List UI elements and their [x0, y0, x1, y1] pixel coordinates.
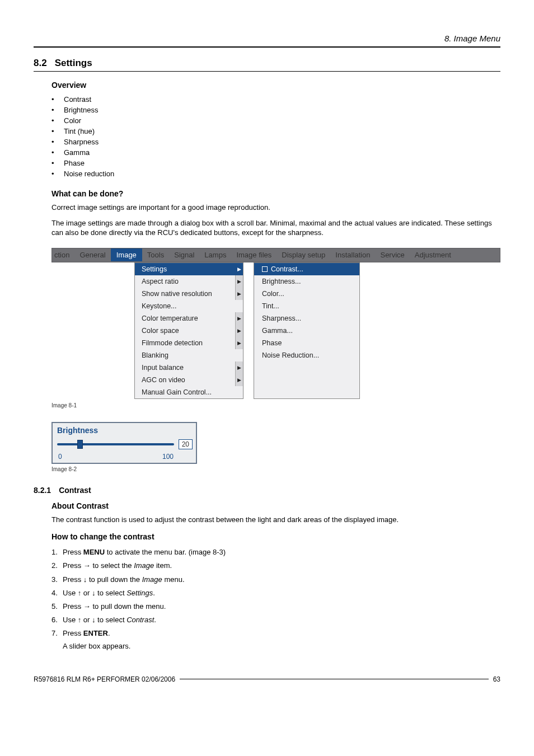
dropdown-item[interactable]: Filmmode detection▶ [135, 337, 243, 349]
step-text: . [153, 589, 155, 597]
list-item: Noise reduction [51, 168, 500, 179]
dialog-title: Brightness [53, 423, 196, 437]
arrow-right-icon: ▶ [235, 312, 243, 325]
step-italic: Image [142, 575, 162, 584]
step-item: Press → to pull down the menu. [51, 600, 500, 613]
section-number: 8.2 [34, 58, 47, 68]
howto-heading: How to change the contrast [51, 532, 500, 541]
chapter-header: 8. Image Menu [34, 34, 500, 43]
dropdown-item[interactable]: AGC on video▶ [135, 374, 243, 386]
menu-item[interactable]: Tools [142, 251, 169, 259]
step-text: item. [154, 561, 172, 570]
dropdown-item[interactable]: Color space▶ [135, 325, 243, 337]
dropdown-item[interactable]: Aspect ratio▶ [135, 275, 243, 288]
step-substep: A slider box appears. [63, 639, 500, 651]
dropdown-item[interactable]: Show native resolution▶ [135, 288, 243, 300]
arrow-right-icon: ▶ [235, 275, 243, 288]
dropdown-item[interactable]: Contrast... [254, 263, 359, 275]
subsection-title: 8.2.1Contrast [34, 486, 500, 495]
step-item: Use ↑ or ↓ to select Settings. [51, 586, 500, 600]
dropdown-item[interactable]: Input balance▶ [135, 361, 243, 374]
step-text: . [154, 616, 156, 624]
footer-left: R5976816 RLM R6+ PERFORMER 02/06/2006 [34, 675, 175, 683]
whatcan-p1: Correct image settings are important for… [51, 203, 500, 213]
slider-thumb[interactable] [77, 440, 83, 449]
list-item: Color [51, 115, 500, 126]
dropdown-label: AGC on video [142, 376, 185, 384]
step-item: Press MENU to activate the menu bar. (im… [51, 546, 500, 559]
dropdown-label: Color temperature [142, 314, 198, 322]
dropdown-label: Blanking [142, 351, 168, 359]
step-text: Press → to pull down the menu. [63, 602, 166, 611]
menu-item-active[interactable]: Image [111, 248, 142, 261]
step-text: Press [63, 548, 83, 556]
arrow-right-icon: ▶ [235, 288, 243, 300]
dropdown-label: Contrast... [271, 265, 303, 273]
arrow-right-icon: ▶ [235, 263, 243, 275]
menu-item[interactable]: Service [375, 251, 409, 259]
menu-item[interactable]: Installation [330, 251, 375, 259]
menu-item[interactable]: Adjustment [410, 251, 456, 259]
step-item: Press → to select the Image item. [51, 559, 500, 572]
dropdown-label: Gamma... [262, 327, 293, 335]
dropdown-label: Sharpness... [262, 314, 301, 322]
menu-bar: ction General Image Tools Signal Lamps I… [51, 248, 500, 262]
footer-rule [180, 679, 489, 679]
step-text: . [108, 629, 110, 637]
arrow-right-icon: ▶ [235, 374, 243, 386]
menu-item[interactable]: Signal [169, 251, 199, 259]
overview-heading: Overview [51, 81, 500, 90]
dropdown-label: Color... [262, 290, 284, 298]
whatcan-p2: The image settings are made through a di… [51, 218, 500, 238]
dropdown-item[interactable]: Keystone... [135, 300, 243, 312]
list-item: Phase [51, 158, 500, 168]
list-item: Gamma [51, 147, 500, 158]
dropdown-item[interactable]: Manual Gain Control... [135, 386, 243, 398]
header-rule [34, 46, 500, 48]
menu-item[interactable]: Image files [231, 251, 277, 259]
dropdown-label: Aspect ratio [142, 278, 179, 285]
steps-list: Press MENU to activate the menu bar. (im… [51, 546, 500, 653]
dropdown-label: Brightness... [262, 278, 301, 285]
dropdown-item[interactable]: Color temperature▶ [135, 312, 243, 325]
menu-item[interactable]: ction [52, 251, 74, 259]
dropdown-item[interactable]: Color... [254, 288, 359, 300]
dropdown-item[interactable]: Blanking [135, 349, 243, 361]
dropdown-label: Color space [142, 327, 179, 335]
list-item: Brightness [51, 105, 500, 115]
dropdown-label: Manual Gain Control... [142, 388, 212, 396]
step-text: to activate the menu bar. (image 8-3) [105, 548, 226, 556]
arrow-right-icon: ▶ [235, 325, 243, 337]
step-text: Press [63, 629, 83, 637]
list-item: Contrast [51, 94, 500, 105]
dropdown-item[interactable]: Brightness... [254, 275, 359, 288]
dropdown-label: Settings [142, 265, 167, 273]
slider[interactable] [56, 438, 175, 450]
step-item: Use ↑ or ↓ to select Contrast. [51, 613, 500, 627]
dropdown-label: Noise Reduction... [262, 351, 319, 359]
step-bold: ENTER [83, 629, 108, 637]
menu-item[interactable]: Display setup [277, 251, 330, 259]
dropdown-label: Input balance [142, 364, 184, 372]
dropdown-item[interactable]: Tint... [254, 300, 359, 312]
menu-item[interactable]: Lamps [199, 251, 231, 259]
step-bold: MENU [83, 548, 105, 556]
dropdown-label: Show native resolution [142, 290, 212, 298]
dropdown-item[interactable]: Sharpness... [254, 312, 359, 325]
section-name: Settings [55, 58, 92, 68]
dropdown-item[interactable]: Gamma... [254, 325, 359, 337]
slider-min: 0 [58, 453, 62, 461]
step-text: Use ↑ or ↓ to select [63, 589, 127, 597]
dropdown-item[interactable]: Settings▶ [135, 263, 243, 275]
step-text: menu. [162, 575, 185, 584]
list-item: Tint (hue) [51, 126, 500, 137]
dropdown-label: Tint... [262, 302, 279, 310]
whatcan-heading: What can be done? [51, 189, 500, 198]
dropdown-settings: Contrast... Brightness... Color... Tint.… [254, 262, 360, 399]
dropdown-label: Phase [262, 339, 282, 347]
menu-item[interactable]: General [74, 251, 110, 259]
step-italic: Settings [127, 589, 153, 597]
dropdown-item[interactable]: Phase [254, 337, 359, 349]
step-text: Press → to select the [63, 561, 134, 570]
dropdown-item[interactable]: Noise Reduction... [254, 349, 359, 361]
